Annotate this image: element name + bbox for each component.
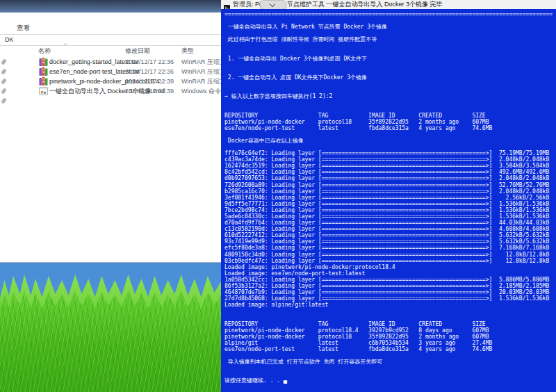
file-modified-date: 2024/12/17 22:39 [125,76,174,86]
winrar-archive-icon [39,58,48,66]
chevron-down-icon [270,1,275,7]
console-body[interactable]: ========================================… [221,9,556,392]
address-text: DK [5,35,14,45]
console-window[interactable]: 管理员: Pi Network 节点维护工具 一键全自动导出导入 Docker … [221,0,556,392]
file-row[interactable]: pinetwork_pi-node-docker_protocol18.4...… [0,76,221,86]
file-modified-date: 2024/12/17 22:39 [125,86,174,96]
console-title-bar[interactable]: 管理员: Pi Network 节点维护工具 一键全自动导出导入 Docker … [221,0,556,10]
menu-item-view[interactable]: 查看 [17,23,30,33]
explorer-window[interactable]: 共享 查看 DK 名称 修改日期 类型 ^ docker_getting-sta… [0,13,221,263]
column-header-type[interactable]: 类型 [181,46,194,56]
column-header-row: 名称 修改日期 类型 [0,46,221,56]
file-row[interactable]: ese7en_node-port-test_latest.tar2024/12/… [0,67,221,76]
address-bar[interactable]: DK [0,34,221,46]
file-type: WinRAR 压缩文件 [181,67,221,76]
file-row[interactable]: 一键全自动导出导入 Docker 3个镜像.cmd2024/12/17 22:3… [0,86,221,96]
file-type: Windows 命令脚本 [181,86,221,96]
explorer-menu-bar: 共享 查看 [0,23,221,33]
file-modified-date: 2024/12/17 22:36 [125,67,174,76]
file-type: WinRAR 压缩文件 [181,76,221,86]
wallpaper-sky-top [0,0,221,13]
console-output: ========================================… [224,11,553,384]
file-row[interactable]: docker_getting-started_latest.tar2024/12… [0,57,221,67]
winrar-archive-icon [39,77,48,85]
file-modified-date: 2024/12/17 22:36 [125,57,174,67]
file-type: WinRAR 压缩文件 [181,57,221,67]
winrar-archive-icon [39,67,48,76]
cmd-script-icon [39,87,48,95]
sort-ascending-icon: ^ [64,42,67,48]
dropdown-overlay[interactable] [260,0,286,10]
column-header-modified[interactable]: 修改日期 [125,46,150,56]
column-header-name[interactable]: 名称 [38,46,51,56]
file-list: docker_getting-started_latest.tar2024/12… [0,57,221,99]
